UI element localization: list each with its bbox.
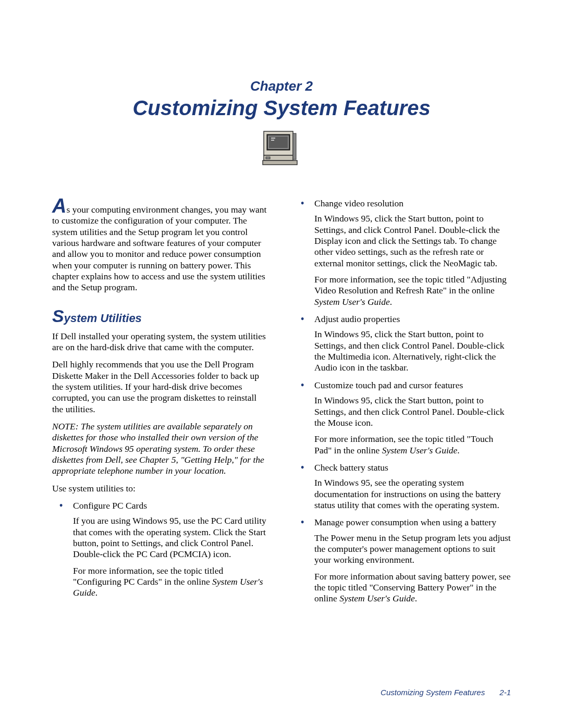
drop-cap: A — [52, 195, 66, 217]
section-p2: Dell highly recommends that you use the … — [52, 359, 270, 415]
list-item-desc: In Windows 95, click the Start button, p… — [314, 395, 511, 456]
svg-rect-9 — [263, 161, 297, 165]
list-item-title: Configure PC Cards — [73, 500, 147, 511]
list-item-para: For more information about saving batter… — [314, 571, 511, 604]
list-item: Change video resolution In Windows 95, c… — [293, 198, 511, 307]
list-item-title: Adjust audio properties — [314, 314, 400, 324]
list-item-para: For more information, see the topic titl… — [73, 565, 270, 599]
list-item-para: If you are using Windows 95, use the PC … — [73, 515, 270, 560]
chapter-title: Customizing System Features — [52, 96, 511, 120]
list-item-desc: In Windows 95, click the Start button, p… — [314, 329, 511, 373]
list-item-desc: If you are using Windows 95, use the PC … — [73, 515, 270, 598]
body-columns: As your computing environment changes, y… — [52, 198, 511, 608]
intro-paragraph: As your computing environment changes, y… — [52, 198, 270, 293]
chapter-header: Chapter 2 Customizing System Features — [52, 78, 511, 190]
list-item: Adjust audio properties In Windows 95, c… — [293, 314, 511, 374]
intro-text: s your computing environment changes, yo… — [52, 204, 266, 292]
list-item-desc: The Power menu in the Setup program lets… — [314, 533, 511, 604]
list-item-desc: In Windows 95, click the Start button, p… — [314, 213, 511, 307]
list-item-title: Change video resolution — [314, 198, 403, 208]
footer-title: Customizing System Features — [381, 688, 485, 697]
section-lead: Use system utilities to: — [52, 483, 270, 494]
page-footer: Customizing System Features 2-1 — [381, 688, 511, 697]
section-heading-dropcap: S — [52, 306, 64, 326]
section-note: NOTE: The system utilities are available… — [52, 421, 270, 477]
list-item-title: Check battery status — [314, 462, 388, 473]
list-item: Manage power consumption when using a ba… — [293, 517, 511, 604]
list-item-para: In Windows 95, see the operating system … — [314, 477, 511, 511]
svg-rect-7 — [266, 157, 270, 159]
list-item: Configure PC Cards If you are using Wind… — [52, 500, 270, 599]
footer-page-number: 2-1 — [499, 688, 511, 697]
section-heading-rest: ystem Utilities — [64, 312, 142, 325]
list-item-para: In Windows 95, click the Start button, p… — [314, 213, 511, 269]
list-item-desc: In Windows 95, see the operating system … — [314, 477, 511, 511]
list-item-title: Customize touch pad and cursor features — [314, 380, 463, 390]
computer-icon — [261, 129, 302, 169]
section-heading-system-utilities: System Utilities — [52, 309, 270, 326]
list-item-para: In Windows 95, click the Start button, p… — [314, 329, 511, 373]
list-item-para: The Power menu in the Setup program lets… — [314, 533, 511, 566]
svg-rect-5 — [271, 140, 274, 141]
list-item-title: Manage power consumption when using a ba… — [314, 517, 496, 527]
list-item: Check battery status In Windows 95, see … — [293, 462, 511, 511]
list-item-para: For more information, see the topic titl… — [314, 274, 511, 307]
svg-rect-8 — [293, 133, 296, 159]
svg-rect-4 — [271, 138, 275, 139]
section-p1: If Dell installed your operating system,… — [52, 331, 270, 353]
list-item: Customize touch pad and cursor features … — [293, 380, 511, 456]
list-item-para: For more information, see the topic titl… — [314, 434, 511, 456]
chapter-label: Chapter 2 — [52, 78, 511, 94]
list-item-para: In Windows 95, click the Start button, p… — [314, 395, 511, 428]
